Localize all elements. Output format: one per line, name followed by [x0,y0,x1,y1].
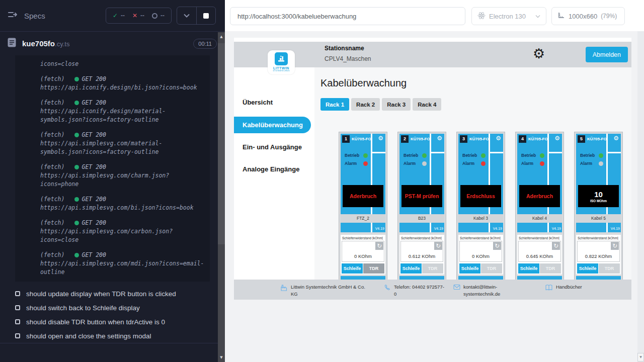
test-checkbox-icon [15,291,20,296]
schleife-button[interactable]: Schleife [577,263,598,274]
spec-file-row[interactable]: kue705fo.cy.ts 00:11 [0,32,225,55]
stage-scrollbar[interactable]: ▼ [637,31,644,362]
app-under-test: Stationsname CPLV4_Maschen ⚙ Abmelden LI… [234,38,631,300]
runner-header: Specs ✓-- ✕-- -- [0,0,225,31]
refresh-icon[interactable]: ↻ [375,242,383,250]
schleife-button[interactable]: Schleife [400,263,422,274]
tdr-button[interactable]: TDR [481,263,502,274]
sidebar-item[interactable]: Ein- und Ausgänge [243,143,302,151]
alarm-led [481,161,486,166]
logout-button[interactable]: Abmelden [586,47,628,62]
scroll-up-icon[interactable]: ▲ [218,33,225,40]
url-input[interactable] [230,7,465,25]
refresh-icon[interactable]: ↻ [611,242,619,250]
card-model: KÜ705-FO [528,137,548,141]
spec-file-name: kue705fo.cy.ts [22,39,69,48]
resistance-label: Schleifenwiderstand [kOhm] [342,236,384,240]
footer-manuals-link[interactable]: Handbücher [545,284,582,291]
test-item[interactable]: should switch back to Schleife display [0,301,225,315]
resistance-display: ↻ 0 KOhm [459,241,502,262]
scroll-down-icon[interactable]: ▼ [637,353,644,361]
schleife-button[interactable]: Schleife [518,263,539,274]
panel-divider [431,152,444,153]
rack-tab[interactable]: Rack 2 [351,98,380,111]
spec-duration-badge: 00:11 [193,39,217,49]
sidebar-item[interactable]: Analoge Eingänge [243,165,299,173]
status-ok-dot [74,77,79,81]
footer-email[interactable]: kontakt@littwin-systemtechnik.de [453,284,506,298]
spec-stats: ✓-- ✕-- -- [106,8,172,24]
card-gear-icon[interactable]: ⚙ [437,135,442,142]
card-device-panel: ⚙ 4 KÜ705-FO Betrieb Alarm Aderbruch Kab… [517,134,562,232]
circle-icon [152,13,157,19]
logo-mark-icon [275,52,288,65]
rack-cards: ⚙ 1 KÜ705-FO Betrieb Alarm Aderbruch FTZ… [339,132,623,290]
refresh-icon[interactable]: ↻ [552,242,560,250]
card-device-panel: ⚙ 5 KÜ705-FO Betrieb Alarm 10 ISO MOhm K… [576,134,621,232]
card-gear-icon[interactable]: ⚙ [613,135,619,142]
card-leds: Betrieb Alarm [580,153,603,169]
rack-tab[interactable]: Rack 4 [413,98,441,111]
card-measurement-panel: Schleifenwiderstand [kOhm] ↻ 0.612 KOhm … [399,235,444,275]
stage-panel: Electron 130 1000x660 (79%) Stationsname… [225,0,644,362]
card-cable-name: FTZ_2 [341,214,385,223]
card-gear-icon[interactable]: ⚙ [378,135,383,142]
spec-file-ext: .cy.ts [55,40,69,48]
tdr-button[interactable]: TDR [422,263,443,274]
command-log: icons=close (fetch) GET 200 https://api.… [15,55,210,282]
spec-stat: ✓-- [113,12,125,19]
log-entry-fetch[interactable]: (fetch) GET 200 https://api.simplesvg.co… [40,163,205,189]
card-firmware-version: V4.19 [611,227,620,230]
log-entry-url: https://api.iconify.design/bi.json?​icon… [40,83,205,92]
resistance-label: Schleifenwiderstand [kOhm] [578,236,620,240]
log-entry-fetch[interactable]: (fetch) GET 200 https://api.simplesvg.co… [40,219,205,244]
card-number-badge: 2 [401,135,409,143]
stop-button[interactable] [196,7,215,24]
logo-subtext: SYSTEMTECHNIK [273,70,290,72]
viewport-select[interactable]: 1000x660 (79%) [551,7,625,25]
collapse-chevron-icon[interactable] [177,7,196,24]
status-ok-dot [74,221,79,225]
tdr-button[interactable]: TDR [363,263,384,274]
tdr-button[interactable]: TDR [599,263,620,274]
email-icon [453,284,460,290]
log-entry-fetch[interactable]: (fetch) GET 200 https://api.simplesvg.co… [40,195,205,212]
resistance-value: 0.645 KOhm [519,253,560,259]
rack-tab[interactable]: Rack 3 [382,98,411,111]
browser-select[interactable]: Electron 130 [471,7,546,25]
runner-scrollbar[interactable]: ▲ ▼ [218,32,225,362]
rack-tab[interactable]: Rack 1 [320,98,349,111]
card-measurement-panel: Schleifenwiderstand [kOhm] ↻ 0 KOhm Schl… [458,235,503,275]
card-cable-name: Kabel 4 [517,214,562,223]
log-entry-url: https://api.simplesvg.com/mdi.json?​icon… [40,259,205,277]
resistance-display: ↻ 0.645 KOhm [518,241,561,262]
card-leds: Betrieb Alarm [404,153,427,169]
refresh-icon[interactable]: ↻ [493,242,501,250]
test-item[interactable]: should open and close the settings modal [0,329,225,343]
scroll-down-icon[interactable]: ▼ [218,354,225,361]
station-info: Stationsname CPLV4_Maschen [325,45,371,62]
card-model: KÜ705-FO [469,137,489,141]
sidebar-item[interactable]: Übersicht [243,99,273,106]
log-entry-fetch[interactable]: (fetch) GET 200 https://api.simplesvg.co… [40,251,205,277]
log-entry-fetch[interactable]: (fetch) GET 200 https://api.iconify.desi… [40,99,205,124]
test-item[interactable]: should update display when TDR button is… [0,287,225,301]
test-checkbox-icon [15,333,20,338]
log-entry-fetch[interactable]: (fetch) GET 200 https://api.simplesvg.co… [40,131,205,156]
card-gear-icon[interactable]: ⚙ [554,135,560,142]
schleife-button[interactable]: Schleife [459,263,480,274]
card-gear-icon[interactable]: ⚙ [496,135,501,142]
settings-gear-icon[interactable]: ⚙ [531,44,547,63]
schleife-button[interactable]: Schleife [342,263,363,274]
test-item[interactable]: should disable TDR button when tdrActive… [0,315,225,329]
sidebar-item[interactable]: Kabelüberwachung [234,117,311,133]
alarm-led [540,161,544,166]
refresh-icon[interactable]: ↻ [434,242,442,250]
specs-menu-icon[interactable] [7,9,18,22]
scrollbar-thumb[interactable] [218,43,225,244]
log-entry-fetch[interactable]: (fetch) GET 200 https://api.iconify.desi… [40,75,205,92]
factory-icon [280,284,288,292]
tdr-button[interactable]: TDR [540,263,561,274]
card-firmware-version: V4.19 [375,227,384,230]
resistance-value: 0 KOhm [460,253,502,259]
